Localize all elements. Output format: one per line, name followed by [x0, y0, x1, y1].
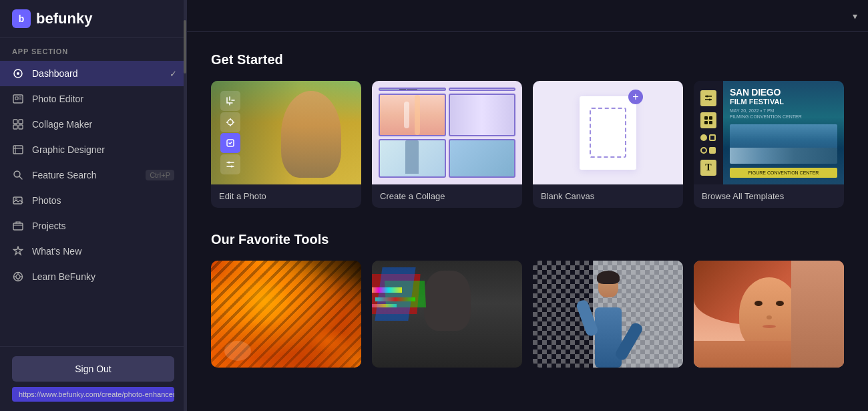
- projects-icon: [12, 220, 24, 232]
- tiger-visual: [211, 261, 361, 368]
- check-icon: ✓: [170, 69, 177, 79]
- portrait-tool-card[interactable]: [694, 261, 844, 368]
- active-tool-icon: [220, 133, 240, 153]
- sidebar: b befunky App Section Dashboard ✓ Photo …: [0, 0, 187, 411]
- create-collage-image: [372, 81, 522, 184]
- svg-point-24: [228, 120, 233, 125]
- favorite-tools-cards: [211, 261, 844, 368]
- sidebar-item-feature-search[interactable]: Feature Search Ctrl+P: [0, 162, 186, 188]
- browse-templates-card[interactable]: T SAN DIEGO FILM FESTIVAL MAY 20, 2022 •…: [694, 81, 844, 208]
- dashboard-label: Dashboard: [32, 68, 78, 79]
- svg-rect-3: [15, 97, 18, 100]
- sidebar-item-whats-new[interactable]: What's New: [0, 239, 186, 264]
- bg-remover-tool-card[interactable]: [533, 261, 683, 368]
- svg-point-32: [228, 162, 230, 164]
- sidebar-item-projects[interactable]: Projects: [0, 213, 186, 239]
- logo-icon: b: [12, 9, 31, 28]
- sidebar-item-photo-editor[interactable]: Photo Editor: [0, 86, 186, 112]
- sidebar-item-collage-maker[interactable]: Collage Maker: [0, 112, 186, 137]
- get-started-title: Get Started: [211, 52, 844, 67]
- svg-rect-15: [13, 197, 22, 204]
- svg-rect-41: [709, 121, 712, 124]
- header-bar: ▾: [187, 0, 868, 32]
- header-chevron-icon[interactable]: ▾: [853, 11, 857, 21]
- svg-point-33: [231, 166, 233, 168]
- svg-rect-40: [704, 121, 708, 124]
- crop-tool-icon: [220, 91, 240, 111]
- create-collage-card[interactable]: Create a Collage: [372, 81, 522, 208]
- svg-point-19: [16, 275, 20, 279]
- photo-editor-label: Photo Editor: [32, 94, 83, 104]
- blank-canvas-image: +: [533, 81, 683, 184]
- photo-editor-icon: [12, 93, 24, 105]
- feature-search-icon: [12, 169, 24, 181]
- svg-rect-9: [19, 125, 23, 129]
- svg-line-14: [19, 176, 22, 179]
- svg-point-37: [709, 98, 711, 100]
- edit-photo-image: [211, 81, 361, 184]
- blank-canvas-card[interactable]: + Blank Canvas: [533, 81, 683, 208]
- feature-search-label: Feature Search: [32, 170, 97, 180]
- portrait-visual: [694, 261, 844, 368]
- get-started-cards: Edit a Photo: [211, 81, 844, 208]
- collage-maker-label: Collage Maker: [32, 119, 92, 130]
- sidebar-item-photos[interactable]: Photos: [0, 188, 186, 213]
- logo-text: befunky: [36, 10, 92, 27]
- adjust-tool-icon: [220, 154, 240, 174]
- svg-rect-10: [13, 146, 23, 154]
- sign-out-button[interactable]: Sign Out: [12, 356, 174, 382]
- app-section-label: App Section: [0, 38, 186, 61]
- photo-edit-tools: [220, 81, 240, 184]
- dashboard-icon: [12, 67, 24, 80]
- svg-point-36: [706, 95, 708, 97]
- svg-rect-6: [13, 120, 17, 124]
- edit-photo-card[interactable]: Edit a Photo: [211, 81, 361, 208]
- graphic-designer-icon: [12, 144, 24, 156]
- glitch-tool-card[interactable]: [372, 261, 522, 368]
- url-bar: https://www.befunky.com/create/photo-enh…: [12, 387, 174, 402]
- artsy-tool-card[interactable]: [211, 261, 361, 368]
- svg-rect-7: [19, 120, 23, 124]
- edit-photo-label: Edit a Photo: [211, 184, 361, 208]
- feature-search-shortcut: Ctrl+P: [146, 170, 174, 180]
- main-wrapper: ▾ Get Started: [187, 0, 868, 411]
- svg-rect-8: [13, 125, 17, 129]
- svg-rect-38: [704, 116, 708, 120]
- enhance-tool-icon: [220, 112, 240, 132]
- create-collage-label: Create a Collage: [372, 184, 522, 208]
- svg-rect-17: [13, 223, 23, 230]
- svg-point-1: [17, 72, 19, 75]
- sidebar-item-graphic-designer[interactable]: Graphic Designer: [0, 137, 186, 162]
- graphic-designer-label: Graphic Designer: [32, 144, 105, 155]
- learn-befunky-label: Learn BeFunky: [32, 271, 95, 282]
- whats-new-icon: [12, 245, 24, 257]
- collage-maker-icon: [12, 118, 24, 130]
- browse-templates-label: Browse All Templates: [694, 184, 844, 208]
- sidebar-item-dashboard[interactable]: Dashboard ✓: [0, 61, 186, 86]
- browse-templates-image: T SAN DIEGO FILM FESTIVAL MAY 20, 2022 •…: [694, 81, 844, 184]
- sidebar-item-learn-befunky[interactable]: Learn BeFunky: [0, 264, 186, 289]
- logo-area[interactable]: b befunky: [0, 0, 186, 38]
- svg-rect-39: [709, 116, 712, 120]
- bg-remove-visual: [533, 261, 683, 368]
- whats-new-label: What's New: [32, 246, 81, 257]
- favorite-tools-title: Our Favorite Tools: [211, 232, 844, 247]
- blank-canvas-label: Blank Canvas: [533, 184, 683, 208]
- glitch-visual: [372, 261, 522, 368]
- scroll-indicator: [184, 0, 186, 411]
- photos-label: Photos: [32, 195, 61, 206]
- photos-icon: [12, 194, 24, 207]
- main-content: Get Started: [187, 32, 868, 411]
- sidebar-footer: Sign Out https://www.befunky.com/create/…: [0, 346, 186, 411]
- projects-label: Projects: [32, 221, 66, 231]
- learn-befunky-icon: [12, 271, 24, 283]
